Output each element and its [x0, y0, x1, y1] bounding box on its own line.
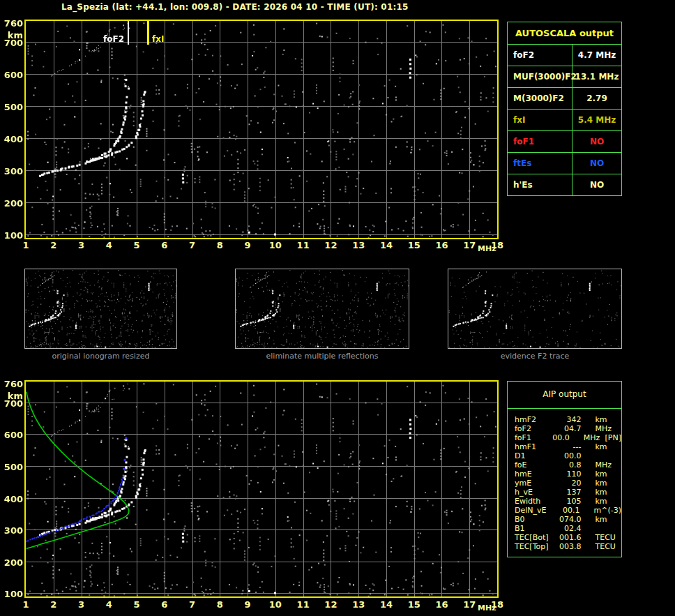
- aip-table-header: AIP output: [508, 382, 621, 409]
- param-value: 02.4: [554, 524, 581, 533]
- thumbnail-canvas: [25, 269, 176, 348]
- param-label: M(3000)F2: [508, 88, 572, 109]
- param-unit: km: [595, 515, 621, 524]
- x-tick-label: 1: [22, 599, 29, 610]
- param-label: foF2: [515, 424, 554, 433]
- thumbnail-evidence-f2: [448, 269, 622, 349]
- param-value: 105: [554, 497, 581, 506]
- param-label: ymE: [515, 479, 554, 488]
- x-tick-label: 13: [352, 240, 365, 250]
- param-unit: m^(-3): [594, 506, 621, 515]
- fof2-marker-label: foF2: [103, 34, 124, 44]
- table-row: foF204.7MHz: [515, 424, 621, 433]
- y-tick-label: 760: [1, 18, 23, 29]
- param-unit: [595, 524, 621, 533]
- param-value: NO: [572, 131, 621, 152]
- param-label: fxI: [508, 110, 572, 130]
- autoscala-output-table: AUTOSCALA output foF2 4.7 MHz MUF(3000)F…: [507, 22, 622, 196]
- table-row: foF1 NO: [508, 131, 621, 153]
- param-unit: [595, 451, 621, 460]
- x-axis-unit-label: MHz: [478, 244, 496, 253]
- param-value: 074.0: [554, 515, 581, 524]
- param-label: D1: [515, 451, 554, 460]
- x-tick-label: 10: [269, 240, 282, 250]
- y-tick-label: 100: [1, 589, 23, 599]
- x-tick-label: 13: [352, 599, 365, 610]
- param-unit: km: [595, 488, 621, 497]
- param-unit: MHz: [595, 460, 621, 469]
- table-row: Ewidth105km: [515, 497, 621, 506]
- y-tick-label: 500: [1, 102, 23, 112]
- param-unit: km: [595, 469, 621, 479]
- param-label: h_vE: [515, 488, 554, 497]
- aip-output-table: AIP output hmF2342km foF204.7MHz foF100.…: [507, 381, 622, 557]
- y-tick-label: 500: [1, 462, 23, 472]
- param-extra: [PN]: [605, 433, 621, 442]
- table-row: D100.0: [515, 451, 621, 460]
- param-label: foE: [515, 460, 554, 469]
- param-label: hmF2: [515, 415, 554, 424]
- autoscala-screen: { "title": "La_Spezia (lat: +44.1, lon: …: [0, 0, 675, 616]
- x-tick-label: 14: [380, 240, 393, 250]
- param-unit: MHz: [584, 433, 605, 442]
- table-row: foF2 4.7 MHz: [508, 45, 621, 66]
- x-tick-label: 12: [324, 240, 337, 250]
- param-label: B1: [515, 524, 554, 533]
- table-row: foF100.0MHz[PN]: [515, 433, 621, 442]
- param-value: 342: [554, 415, 581, 424]
- param-label: TEC[Top]: [515, 542, 554, 551]
- x-tick-label: 11: [297, 240, 310, 250]
- ionogram-top-canvas: [26, 21, 497, 238]
- param-value: NO: [572, 153, 621, 174]
- thumbnail-canvas: [448, 269, 621, 348]
- x-axis-unit-label: MHz: [478, 603, 496, 613]
- param-label: ftEs: [508, 153, 572, 174]
- table-row: ymE20km: [515, 479, 621, 488]
- param-label: DelN_vE: [515, 506, 553, 515]
- y-tick-label: 400: [1, 494, 23, 504]
- x-tick-label: 10: [269, 599, 282, 610]
- thumbnail-caption: eliminate multiple reflections: [235, 352, 409, 361]
- fxi-marker-line: [147, 21, 149, 45]
- x-tick-label: 7: [189, 599, 195, 610]
- thumbnail-original-ionogram: [24, 269, 177, 349]
- table-row: foE0.8MHz: [515, 460, 621, 469]
- table-row: TEC[Top]003.8TECU: [515, 542, 621, 551]
- y-tick-label: 760: [1, 379, 23, 389]
- thumbnail-caption: original ionogram resized: [24, 352, 177, 361]
- table-row: ftEs NO: [508, 153, 621, 174]
- x-tick-label: 3: [78, 240, 84, 250]
- y-tick-label: 600: [1, 70, 23, 80]
- param-unit: km: [595, 415, 621, 424]
- param-label: foF1: [515, 433, 547, 442]
- table-row: DelN_vE00.1m^(-3): [515, 506, 621, 515]
- param-unit: km: [595, 479, 621, 488]
- param-label: h'Es: [508, 174, 572, 195]
- table-row: B102.4: [515, 524, 621, 533]
- param-value: 001.6: [554, 533, 581, 542]
- y-tick-label: 100: [1, 230, 23, 241]
- x-tick-label: 16: [435, 599, 448, 610]
- param-value: 00.0: [547, 433, 569, 442]
- ionogram-top-plot: [24, 20, 499, 239]
- aip-table-rows: hmF2342km foF204.7MHz foF100.0MHz[PN] hm…: [508, 409, 621, 557]
- autoscala-table-header: AUTOSCALA output: [508, 22, 621, 45]
- x-tick-label: 8: [217, 599, 223, 610]
- param-value: 2.79: [572, 88, 621, 109]
- y-tick-label: 300: [1, 525, 23, 536]
- table-row: B0074.0km: [515, 515, 621, 524]
- y-tick-label: 600: [1, 430, 23, 440]
- param-value: 003.8: [554, 542, 581, 551]
- fof2-marker-line: [128, 21, 129, 45]
- table-row: MUF(3000)F2 13.1 MHz: [508, 66, 621, 88]
- x-tick-label: 15: [408, 240, 420, 250]
- thumbnail-caption: evidence F2 trace: [448, 352, 622, 361]
- x-tick-label: 2: [50, 599, 56, 610]
- x-tick-label: 4: [106, 599, 112, 610]
- param-value: 110: [554, 469, 581, 479]
- param-value: 13.1 MHz: [572, 66, 621, 87]
- param-value: 0.8: [554, 460, 581, 469]
- thumbnail-canvas: [236, 269, 409, 348]
- param-unit: TECU: [595, 542, 621, 551]
- param-value: 04.7: [554, 424, 581, 433]
